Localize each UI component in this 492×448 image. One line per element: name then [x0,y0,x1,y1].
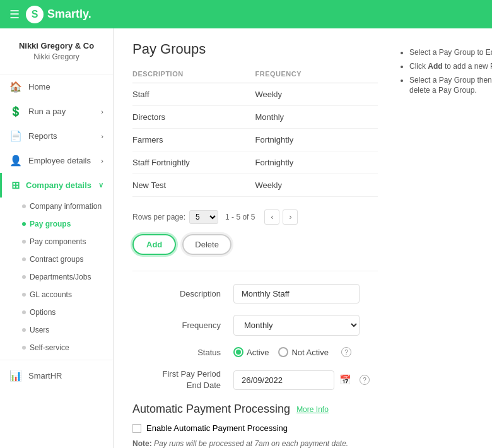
sidebar-item-company-details[interactable]: ⊞ Company details ∨ [0,173,113,197]
row-description: Staff [132,90,255,99]
sidebar-item-reports[interactable]: 📄 Reports › [0,124,113,148]
sidebar-sub-item-label: Self-service [30,343,69,352]
date-help-icon[interactable]: ? [360,375,370,385]
table-row[interactable]: Directors Monthly [132,106,378,129]
calendar-icon[interactable]: 📅 [339,374,351,386]
auto-payment-heading: Automatic Payment Processing [132,403,290,416]
sidebar-submenu: Company information Pay groups Pay compo… [0,197,113,357]
enable-checkbox-row: Enable Automatic Payment Processing [132,423,378,433]
sidebar: Nikki Gregory & Co Nikki Gregory 🏠 Home … [0,28,114,448]
radio-active-indicator [233,347,243,357]
sidebar-item-label: Home [28,82,50,91]
main-inner: Pay Groups DESCRIPTION FREQUENCY Staff W… [114,28,492,448]
main-content: Pay Groups DESCRIPTION FREQUENCY Staff W… [114,28,492,448]
sidebar-divider [0,360,113,360]
sidebar-item-users[interactable]: Users [0,321,113,339]
page-title: Pay Groups [132,41,378,57]
status-inactive-option[interactable]: Not Active [278,347,329,357]
frequency-select[interactable]: Monthly Weekly Fortnightly [233,315,360,336]
sidebar-item-company-information[interactable]: Company information [0,197,113,215]
sidebar-item-pay-components[interactable]: Pay components [0,233,113,251]
home-icon: 🏠 [9,81,22,93]
frequency-row: Frequency Monthly Weekly Fortnightly [132,315,378,336]
instruction-1: Select a Pay Group to Edit. [409,47,492,58]
row-frequency: Fortnightly [255,135,378,144]
sidebar-item-employee-details[interactable]: 👤 Employee details › [0,148,113,173]
dot-icon [22,328,26,332]
row-description: Directors [132,112,255,122]
status-options: Active Not Active ? [233,347,351,357]
row-description: New Test [132,180,255,190]
instructions-panel: Select a Pay Group to Edit. Click Add to… [390,41,492,448]
sidebar-sub-item-label: Pay components [30,237,86,246]
col-header-description: DESCRIPTION [132,70,255,78]
sidebar-item-self-service[interactable]: Self-service [0,339,113,357]
dot-icon [22,346,26,350]
sidebar-item-options[interactable]: Options [0,304,113,321]
enable-checkbox-label: Enable Automatic Payment Processing [146,423,288,433]
table-header: DESCRIPTION FREQUENCY [132,70,378,83]
status-row: Status Active Not Ac [132,347,378,357]
sidebar-item-smarthr[interactable]: 📊 SmartHR [0,363,113,388]
main-left: Pay Groups DESCRIPTION FREQUENCY Staff W… [132,41,378,448]
status-active-label: Active [247,348,269,357]
sidebar-sub-item-label: Users [30,326,49,334]
sidebar-item-label: SmartHR [28,371,62,380]
next-page-button[interactable]: › [283,209,298,225]
radio-inactive-indicator [278,347,288,357]
action-buttons: Add Delete [132,234,378,255]
more-info-link[interactable]: More Info [296,405,329,414]
first-pay-period-row: First Pay PeriodEnd Date 📅 ? [132,368,378,391]
first-pay-period-label: First Pay PeriodEnd Date [132,368,233,391]
chevron-icon: › [101,157,103,165]
app-header: ☰ S Smartly. [0,0,492,28]
instruction-3: Select a Pay Group then click Delete to … [409,75,492,97]
sidebar-item-pay-groups[interactable]: Pay groups [0,215,113,233]
add-button[interactable]: Add [132,234,176,255]
chevron-icon: › [101,108,103,115]
first-pay-period-input[interactable] [233,370,334,390]
sidebar-item-label: Run a pay [28,107,66,116]
sidebar-sub-item-label: Options [30,308,56,317]
row-description: Farmers [132,135,255,144]
table-row[interactable]: New Test Weekly [132,174,378,197]
rows-per-page-label: Rows per page: [132,213,185,221]
delete-button[interactable]: Delete [182,234,231,255]
table-pagination: Rows per page: 5 10 25 1 - 5 of 5 ‹ › [132,209,378,225]
status-active-option[interactable]: Active [233,347,269,357]
pay-groups-table: DESCRIPTION FREQUENCY Staff Weekly Direc… [132,70,378,197]
row-frequency: Monthly [255,112,378,122]
row-frequency: Fortnightly [255,158,378,167]
sidebar-sub-item-label: GL accounts [30,290,72,299]
status-help-icon[interactable]: ? [341,347,351,357]
company-icon: ⊞ [11,179,20,191]
sidebar-nav: 🏠 Home 💲 Run a pay › 📄 Reports › 👤 Emplo… [0,74,113,448]
pay-group-form: Description Frequency Monthly Weekly For… [132,271,378,391]
sidebar-item-home[interactable]: 🏠 Home [0,74,113,99]
prev-page-button[interactable]: ‹ [264,209,279,225]
layout: Nikki Gregory & Co Nikki Gregory 🏠 Home … [0,28,492,448]
table-row[interactable]: Farmers Fortnightly [132,129,378,151]
dot-icon [22,257,26,261]
page-nav: ‹ › [264,209,298,225]
company-name: Nikki Gregory & Co [9,41,103,50]
table-row[interactable]: Staff Weekly [132,83,378,106]
sidebar-item-contract-groups[interactable]: Contract groups [0,251,113,268]
logo: S Smartly. [26,6,91,23]
sidebar-item-departments-jobs[interactable]: Departments/Jobs [0,268,113,286]
enable-checkbox[interactable] [132,424,141,433]
logo-circle: S [26,6,44,23]
row-frequency: Weekly [255,180,378,190]
sidebar-sub-item-label: Pay groups [30,220,71,228]
main-top: Pay Groups DESCRIPTION FREQUENCY Staff W… [132,41,473,448]
username: Nikki Gregory [9,52,103,61]
table-row[interactable]: Staff Fortnightly Fortnightly [132,151,378,174]
description-input[interactable] [233,284,360,304]
dot-icon [22,275,26,279]
frequency-label: Frequency [132,321,233,330]
rows-per-page-select[interactable]: 5 10 25 [189,210,218,224]
menu-icon[interactable]: ☰ [9,8,20,21]
sidebar-sub-item-label: Departments/Jobs [30,273,91,281]
sidebar-item-gl-accounts[interactable]: GL accounts [0,286,113,304]
sidebar-item-run-a-pay[interactable]: 💲 Run a pay › [0,99,113,124]
